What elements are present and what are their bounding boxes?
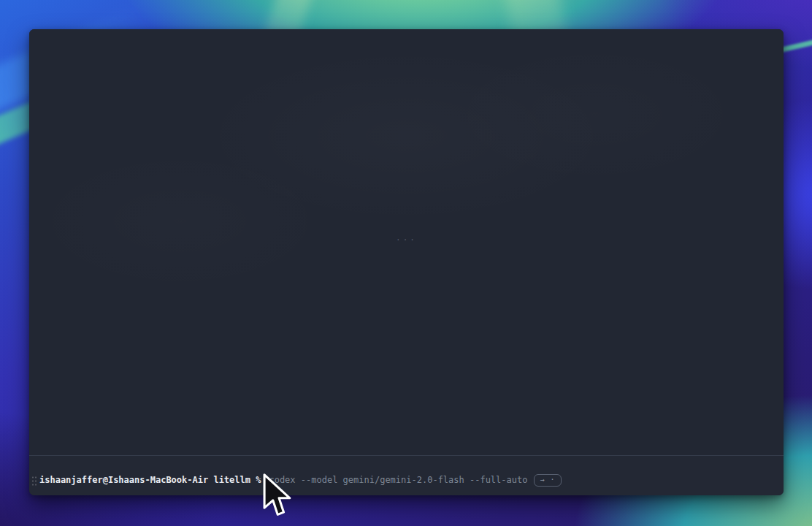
- accept-suggestion-hint[interactable]: → ·: [534, 474, 561, 487]
- command-line[interactable]: ishaanjaffer@Ishaans-MacBook-Air litellm…: [39, 474, 776, 487]
- shell-prompt: ishaanjaffer@Ishaans-MacBook-Air litellm…: [39, 475, 261, 486]
- terminal-window[interactable]: ··· ishaanjaffer@Ishaans-MacBook-Air lit…: [29, 29, 784, 495]
- text-caret: [264, 476, 267, 486]
- terminal-output-area[interactable]: ···: [29, 29, 784, 455]
- loading-indicator: ···: [396, 236, 417, 244]
- command-suggestion-text: codex --model gemini/gemini-2.0-flash --…: [269, 475, 527, 486]
- desktop: ··· ishaanjaffer@Ishaans-MacBook-Air lit…: [0, 0, 812, 526]
- block-drag-handle-icon[interactable]: [31, 476, 37, 486]
- terminal-input-area[interactable]: ishaanjaffer@Ishaans-MacBook-Air litellm…: [29, 456, 784, 495]
